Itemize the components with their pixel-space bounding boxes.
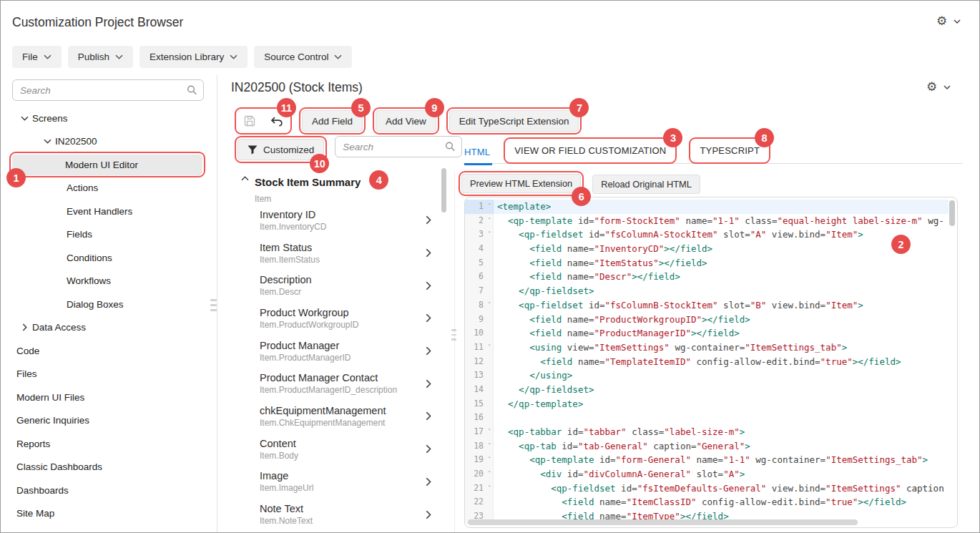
chevron-right-icon[interactable] bbox=[426, 444, 431, 454]
fold-icon[interactable]: ˇ bbox=[488, 454, 491, 468]
field-row-inventory-id[interactable]: Inventory IDItem.InventoryCD bbox=[227, 204, 443, 237]
chevron-right-icon[interactable] bbox=[426, 313, 431, 323]
chevron-right-icon[interactable] bbox=[426, 411, 431, 421]
sidebar-item-files[interactable]: Files bbox=[1, 363, 217, 386]
field-row-chkequipmentmanagement[interactable]: chkEquipmentManagementItem.ChkEquipmentM… bbox=[227, 400, 443, 433]
sidebar-item-database-scripts-1-[interactable]: Database Scripts (1) bbox=[1, 525, 217, 533]
code-line-15[interactable]: 15 </qp-template> bbox=[465, 397, 949, 411]
code-line-21[interactable]: 21ˇ <qp-fieldset id="fsItemDefaults-Gene… bbox=[465, 481, 949, 496]
fold-icon[interactable]: ˇ bbox=[488, 341, 491, 356]
code-line-7[interactable]: 7 </qp-fieldset> bbox=[465, 284, 949, 298]
chevron-right-icon[interactable] bbox=[426, 379, 431, 388]
chevron-right-icon[interactable] bbox=[426, 510, 431, 519]
code-line-19[interactable]: 19ˇ <qp-template id="form-General" name=… bbox=[465, 453, 949, 467]
code-line-1[interactable]: 1ˇ<template> bbox=[465, 200, 949, 214]
reload-original-html-button[interactable]: Reload Original HTML bbox=[592, 175, 700, 194]
fold-icon[interactable]: ˇ bbox=[488, 215, 491, 229]
sidebar-item-in202500[interactable]: IN202500 bbox=[1, 130, 217, 154]
callout-box-modern-ui-editor: Modern UI Editor1 bbox=[9, 152, 205, 177]
sidebar-item-code[interactable]: Code bbox=[1, 339, 217, 363]
sidebar-search-input[interactable] bbox=[12, 79, 204, 101]
code-line-5[interactable]: 5 <field name="ItemStatus"></field> bbox=[465, 256, 949, 270]
line-number: 19ˇ bbox=[465, 453, 494, 467]
field-row-product-workgroup[interactable]: Product WorkgroupItem.ProductWorkgroupID bbox=[227, 302, 443, 335]
code-line-12[interactable]: 12 <field name="TemplateItemID" config-a… bbox=[465, 355, 949, 369]
field-row-item-status[interactable]: Item StatusItem.ItemStatus bbox=[227, 237, 443, 270]
code-line-4[interactable]: 4 <field name="InventoryCD"></field> bbox=[465, 242, 949, 256]
fold-icon[interactable]: ˇ bbox=[488, 426, 491, 440]
sidebar-splitter-grip[interactable] bbox=[210, 299, 217, 311]
sidebar-divider[interactable] bbox=[217, 75, 217, 533]
field-row-product-manager[interactable]: Product ManagerItem.ProductManagerID bbox=[227, 335, 443, 368]
sidebar-item-modern-ui-editor[interactable]: Modern UI Editor1 bbox=[1, 153, 217, 177]
fold-icon[interactable]: ˇ bbox=[488, 299, 491, 313]
field-search-input[interactable] bbox=[335, 136, 462, 157]
selected-tree-row[interactable]: Modern UI Editor bbox=[12, 155, 202, 175]
tab-html[interactable]: HTML bbox=[464, 141, 492, 165]
code-line-6[interactable]: 6 <field name="Descr"></field> bbox=[465, 270, 949, 284]
field-panel-splitter-grip[interactable] bbox=[451, 329, 456, 341]
sidebar-item-fields[interactable]: Fields bbox=[1, 223, 217, 247]
field-list-scrollbar[interactable] bbox=[441, 168, 446, 212]
code-line-17[interactable]: 17ˇ <qp-tabbar id="tabbar" class="label-… bbox=[465, 425, 949, 439]
menu-button-source-control[interactable]: Source Control bbox=[254, 46, 352, 68]
code-line-13[interactable]: 13 </using> bbox=[465, 368, 949, 383]
editor-horizontal-scrollbar[interactable] bbox=[468, 519, 858, 525]
html-code-editor[interactable]: 1ˇ<template>2ˇ <qp-template id="form-Sto… bbox=[464, 197, 958, 528]
sidebar-item-dashboards[interactable]: Dashboards bbox=[1, 479, 217, 502]
menu-button-extension-library[interactable]: Extension Library bbox=[139, 46, 248, 68]
sidebar-item-classic-dashboards[interactable]: Classic Dashboards bbox=[1, 456, 217, 479]
field-panel-divider[interactable] bbox=[454, 171, 455, 533]
field-row-product-manager-contact[interactable]: Product Manager ContactItem.ProductManag… bbox=[227, 367, 443, 400]
sidebar-item-reports[interactable]: Reports bbox=[1, 432, 217, 456]
code-line-22[interactable]: 22 <field name="ItemClassID" config-allo… bbox=[465, 495, 949, 509]
code-line-14[interactable]: 14 </qp-fieldset> bbox=[465, 383, 949, 397]
edit-typescript-extension-button[interactable]: Edit TypeScript Extension bbox=[449, 110, 579, 132]
code-line-3[interactable]: 3ˇ <qp-fieldset id="fsColumnA-StockItem"… bbox=[465, 228, 949, 242]
code-line-9[interactable]: 9 <field name="ProductWorkgroupID"></fie… bbox=[465, 313, 949, 327]
code-line-18[interactable]: 18ˇ <qp-tab id="tab-General" caption="Ge… bbox=[465, 439, 949, 454]
field-row-content[interactable]: ContentItem.Body bbox=[227, 433, 443, 466]
preview-html-extension-button[interactable]: Preview HTML Extension bbox=[461, 174, 581, 193]
chevron-right-icon[interactable] bbox=[426, 477, 431, 486]
code-line-11[interactable]: 11ˇ <using view="ItemSettings" wg-contai… bbox=[465, 341, 949, 355]
field-row-note-text[interactable]: Note TextItem.NoteText bbox=[227, 498, 443, 531]
screen-settings-button[interactable]: ⚙ bbox=[926, 81, 951, 93]
editor-vertical-scrollbar[interactable] bbox=[949, 200, 955, 226]
sidebar-item-conditions[interactable]: Conditions bbox=[1, 246, 217, 270]
sidebar-item-screens[interactable]: Screens bbox=[1, 107, 217, 130]
window-settings-button[interactable]: ⚙ bbox=[936, 15, 961, 27]
chevron-right-icon[interactable] bbox=[426, 281, 431, 290]
sidebar-item-generic-inquiries[interactable]: Generic Inquiries bbox=[1, 409, 217, 433]
fold-icon[interactable]: ˇ bbox=[488, 228, 491, 243]
code-line-20[interactable]: 20ˇ <div id="divColumnA-General" slot="A… bbox=[465, 467, 949, 481]
chevron-right-icon[interactable] bbox=[426, 215, 431, 225]
sidebar-item-actions[interactable]: Actions bbox=[1, 177, 217, 200]
sidebar-item-workflows[interactable]: Workflows bbox=[1, 270, 217, 293]
menu-button-file[interactable]: File bbox=[12, 46, 62, 68]
save-icon[interactable] bbox=[244, 115, 255, 127]
fold-icon[interactable]: ˇ bbox=[488, 200, 491, 215]
field-group-header[interactable]: Stock Item Summary 4 Item bbox=[227, 168, 443, 204]
code-line-2[interactable]: 2ˇ <qp-template id="form-StockItem" name… bbox=[465, 214, 949, 228]
sidebar-item-site-map[interactable]: Site Map bbox=[1, 502, 217, 526]
field-row-description[interactable]: DescriptionItem.Descr bbox=[227, 269, 443, 302]
chevron-right-icon[interactable] bbox=[426, 346, 431, 356]
sidebar-item-event-handlers[interactable]: Event Handlers bbox=[1, 200, 217, 223]
code-line-8[interactable]: 8ˇ <qp-fieldset id="fsColumnB-StockItem"… bbox=[465, 298, 949, 313]
undo-icon[interactable] bbox=[270, 116, 283, 127]
menu-button-publish[interactable]: Publish bbox=[68, 46, 133, 68]
tree-label: Generic Inquiries bbox=[16, 415, 89, 426]
code-line-16[interactable]: 16 bbox=[465, 411, 949, 425]
field-row-image[interactable]: ImageItem.ImageUrl bbox=[227, 466, 443, 499]
fold-icon[interactable]: ˇ bbox=[488, 440, 491, 454]
code-line-10[interactable]: 10 <field name="ProductManagerID"></fiel… bbox=[465, 326, 949, 341]
sidebar-item-data-access[interactable]: Data Access bbox=[1, 316, 217, 340]
line-number: 13 bbox=[465, 368, 494, 383]
fold-icon[interactable]: ˇ bbox=[488, 482, 491, 497]
fold-icon[interactable]: ˇ bbox=[488, 468, 491, 482]
sidebar-item-modern-ui-files[interactable]: Modern UI Files bbox=[1, 386, 217, 409]
sidebar-item-dialog-boxes[interactable]: Dialog Boxes bbox=[1, 293, 217, 316]
tab-view-or-field-customization[interactable]: VIEW OR FIELD CUSTOMIZATION bbox=[506, 140, 674, 161]
chevron-right-icon[interactable] bbox=[426, 248, 431, 258]
